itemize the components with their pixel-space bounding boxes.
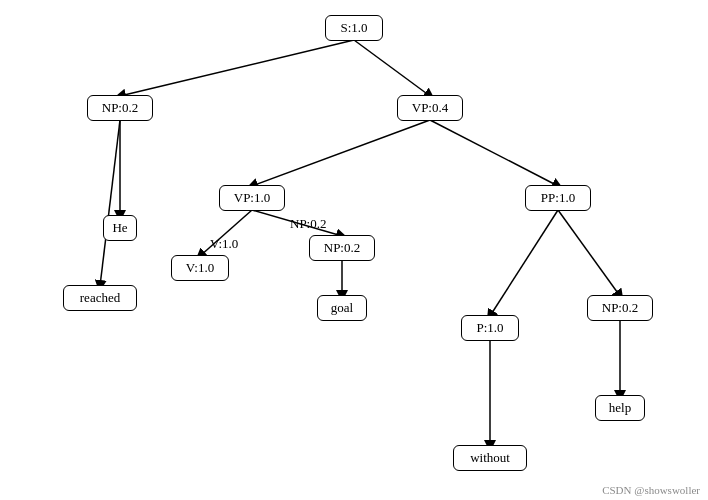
watermark: CSDN @showswoller (602, 484, 700, 496)
svg-text:NP:0.2: NP:0.2 (290, 216, 326, 231)
svg-line-4 (252, 120, 430, 186)
svg-line-1 (354, 40, 430, 96)
svg-line-0 (120, 40, 354, 96)
svg-line-5 (430, 120, 558, 186)
svg-line-10 (558, 210, 620, 296)
tree-svg: V:1.0NP:0.2S:1.0NP:0.2VP:0.4HereachedVP:… (0, 0, 708, 500)
svg-text:V:1.0: V:1.0 (210, 236, 238, 251)
svg-line-9 (490, 210, 558, 316)
tree-container: V:1.0NP:0.2S:1.0NP:0.2VP:0.4HereachedVP:… (0, 0, 708, 500)
svg-line-3 (100, 120, 120, 286)
